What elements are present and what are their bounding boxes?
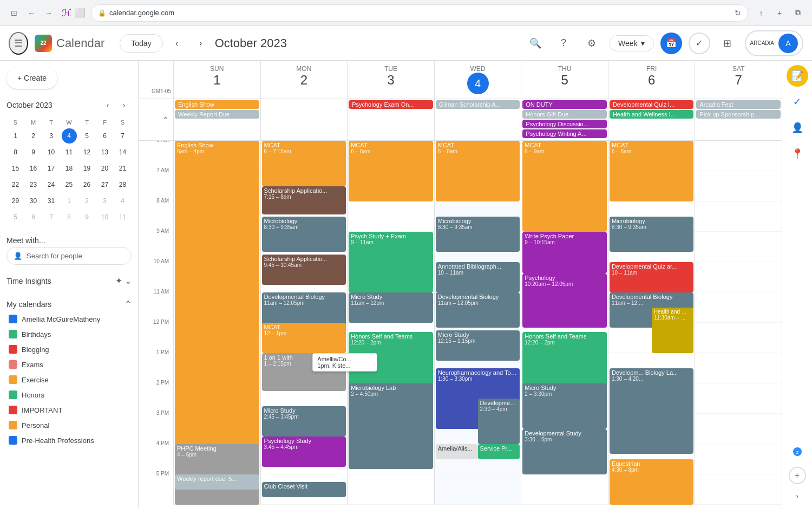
- sidebar-toggle-button[interactable]: ⊡: [6, 5, 22, 21]
- mini-day-n3[interactable]: 3: [97, 193, 113, 209]
- tasks-button[interactable]: ✓: [689, 32, 710, 54]
- mini-day-2[interactable]: 2: [26, 128, 41, 144]
- day-col-sat[interactable]: SAT 7: [695, 61, 782, 99]
- event-psych-exam[interactable]: Psychology Exam On...: [349, 100, 433, 109]
- mini-day-27[interactable]: 27: [97, 177, 113, 192]
- mini-day-8[interactable]: 8: [8, 145, 23, 160]
- right-icon-keep[interactable]: 📝: [787, 65, 808, 87]
- today-button[interactable]: Today: [120, 34, 162, 53]
- sat-8am-slot[interactable]: [695, 201, 782, 232]
- sun-6am-slot[interactable]: English Show 6am – 4pm: [174, 141, 260, 171]
- mini-day-19[interactable]: 19: [80, 161, 95, 176]
- add-sidebar-button[interactable]: +: [789, 467, 806, 484]
- collapse-icon[interactable]: ⌃: [125, 299, 132, 309]
- mini-cal-next[interactable]: ›: [116, 97, 132, 113]
- search-people-input[interactable]: 👤 Search for people: [6, 247, 132, 265]
- event-mcat-thu[interactable]: MCAT 6 – 9am: [522, 141, 607, 232]
- event-psych-writing[interactable]: Psychology Writing A...: [522, 129, 607, 138]
- mini-day-n10[interactable]: 10: [97, 210, 113, 225]
- right-icon-contacts[interactable]: 👤: [787, 117, 808, 139]
- forward-button[interactable]: →: [41, 5, 56, 21]
- sat-2pm-slot[interactable]: [695, 383, 782, 414]
- my-calendars-header[interactable]: My calendars ⌃: [6, 297, 132, 311]
- event-equestrian-fri[interactable]: Equestrian 4:30 – 8pm: [610, 459, 694, 505]
- mini-day-1[interactable]: 1: [8, 128, 23, 144]
- calendar-item-honors[interactable]: Honors: [6, 387, 132, 402]
- search-button[interactable]: 🔍: [525, 32, 546, 54]
- tue-8am-slot[interactable]: [348, 201, 434, 232]
- mini-day-n1[interactable]: 1: [62, 193, 77, 209]
- mini-day-n11[interactable]: 11: [115, 210, 130, 225]
- calendar-item-birthdays[interactable]: Birthdays: [6, 327, 132, 342]
- mini-day-29[interactable]: 29: [8, 193, 23, 209]
- account-button[interactable]: ARCADIA A: [745, 30, 803, 56]
- event-scholarship-mon-2[interactable]: Scholarship Applicatio... 9:45 – 10:45am: [262, 255, 346, 285]
- sat-6am-slot[interactable]: [695, 141, 782, 171]
- time-insights-header[interactable]: Time Insights ✦ ⌄: [6, 273, 132, 288]
- event-micro-mon[interactable]: Microbiology 8:30 – 9:35am: [262, 217, 346, 252]
- mini-day-18[interactable]: 18: [62, 161, 77, 176]
- sat-3pm-slot[interactable]: [695, 414, 782, 444]
- event-psych-thu[interactable]: Psychology 10:20am – 12:05pm: [522, 273, 607, 328]
- mini-day-13[interactable]: 13: [97, 145, 113, 160]
- mini-day-11[interactable]: 11: [62, 145, 77, 160]
- event-weekly-report-5pm[interactable]: Weekly report due, 5...: [175, 474, 259, 490]
- prev-week-button[interactable]: ‹: [167, 34, 187, 53]
- settings-button[interactable]: ⚙: [581, 32, 603, 54]
- mini-day-n8[interactable]: 8: [62, 210, 77, 225]
- mini-day-16[interactable]: 16: [26, 161, 41, 176]
- sat-12pm-slot[interactable]: [695, 323, 782, 353]
- mini-day-17[interactable]: 17: [44, 161, 59, 176]
- mini-day-28[interactable]: 28: [115, 177, 130, 192]
- time-grid-scroll[interactable]: 6 AM 7 AM 8 AM 9 AM 10 AM 11 AM 12 PM 1 …: [139, 141, 782, 508]
- event-micro-study-mon[interactable]: Micro Study 2:45 – 3:45pm: [262, 406, 346, 437]
- mini-day-n7[interactable]: 7: [44, 210, 59, 225]
- mini-day-5[interactable]: 5: [80, 128, 95, 144]
- mini-day-21[interactable]: 21: [115, 161, 130, 176]
- tue-5pm-slot[interactable]: [348, 474, 434, 505]
- event-dev-quiz-fri[interactable]: Developmental Quiz ar... 10 – 11am: [610, 262, 694, 292]
- event-service-wed[interactable]: Service Pr...: [478, 444, 520, 459]
- calendar-item-blogging[interactable]: Blogging: [6, 342, 132, 357]
- mini-day-7[interactable]: 7: [115, 128, 130, 144]
- event-write-psych-thu[interactable]: Write Psych Paper 9 – 10:15am: [522, 232, 607, 273]
- event-psych-disc[interactable]: Psychology Discussio...: [522, 120, 607, 128]
- sat-7am-slot[interactable]: [695, 171, 782, 201]
- mini-day-12[interactable]: 12: [80, 145, 95, 160]
- extensions-button[interactable]: ⧉: [790, 5, 806, 21]
- mini-day-26[interactable]: 26: [80, 177, 95, 192]
- sat-4pm-slot[interactable]: [695, 444, 782, 474]
- sat-11am-slot[interactable]: [695, 292, 782, 323]
- event-psych-study-mon[interactable]: Psychology Study 3:45 – 4:45pm: [262, 437, 346, 467]
- event-health-wellness-allday[interactable]: Health and Wellness I...: [610, 110, 694, 119]
- event-amelia-alis-wed[interactable]: Amelia/Alis...: [436, 444, 478, 459]
- sat-9am-slot[interactable]: [695, 232, 782, 262]
- new-tab-button[interactable]: +: [772, 5, 787, 21]
- day-col-sun[interactable]: SUN 1: [173, 61, 260, 99]
- sat-1pm-slot[interactable]: [695, 353, 782, 383]
- calendar-item-exams[interactable]: Exams: [6, 357, 132, 372]
- event-micro-wed[interactable]: Microbiology 8:30 – 9:35am: [436, 217, 520, 252]
- event-mcat-wed[interactable]: MCAT 6 – 8am: [436, 141, 520, 201]
- event-health-wellness-fri[interactable]: Health and Wellness Fair 11:30am – ...: [652, 308, 694, 353]
- day-col-tue[interactable]: TUE 3: [347, 61, 434, 99]
- sun-4pm-slot[interactable]: PHPC Meeting 4 – 6pm: [174, 444, 260, 474]
- next-week-button[interactable]: ›: [191, 34, 211, 53]
- event-on-duty[interactable]: ON DUTY: [522, 100, 607, 109]
- day-col-fri[interactable]: FRI 6: [608, 61, 695, 99]
- mini-day-31[interactable]: 31: [44, 193, 59, 209]
- collapse-allday-button[interactable]: ⌃: [162, 115, 169, 124]
- calendar-item-important[interactable]: IMPORTANT: [6, 402, 132, 418]
- right-icon-tasks[interactable]: ✓: [787, 91, 808, 113]
- mini-day-6[interactable]: 6: [97, 128, 113, 144]
- calendar-item-amellia[interactable]: Amellia McGuireMatheny: [6, 311, 132, 327]
- event-popup-1on1[interactable]: Amellia/Co... 1pm, Kiste...: [312, 353, 377, 372]
- event-micro-lab-tue[interactable]: Microbiology Lab 2 – 4:50pm: [349, 383, 433, 469]
- mini-day-20[interactable]: 20: [97, 161, 113, 176]
- mini-day-10[interactable]: 10: [44, 145, 59, 160]
- event-annotated-wed[interactable]: Annotated Bibliograph... 10 – 11am: [436, 262, 520, 292]
- event-gilman[interactable]: Gilman Scholarship A...: [436, 100, 520, 109]
- event-dev-bio-lab-fri[interactable]: Developm... Biology La... 1:30 – 4:20...: [610, 368, 694, 454]
- event-pickup-sponsor[interactable]: Pick up Sponsorship...: [696, 110, 781, 119]
- mini-day-14[interactable]: 14: [115, 145, 130, 160]
